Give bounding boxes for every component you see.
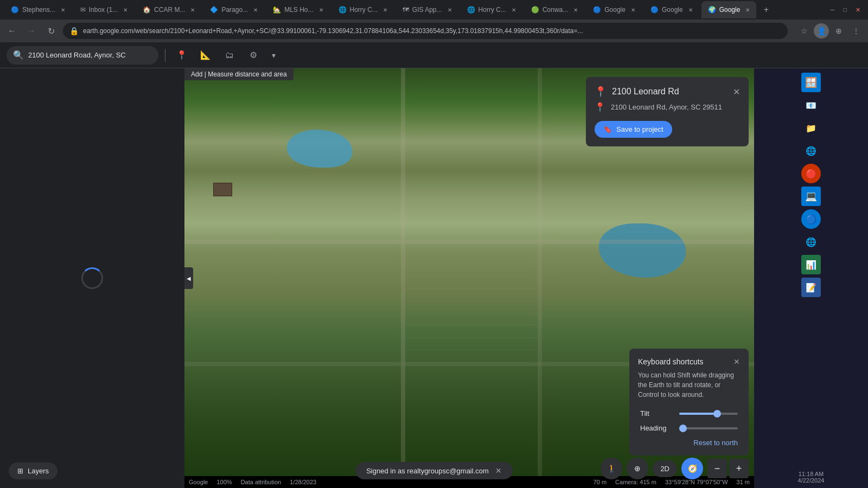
tab-3-close[interactable]: ✕ <box>190 7 195 13</box>
tilt-thumb[interactable] <box>713 410 721 418</box>
building-structure <box>213 183 232 196</box>
user-profile-icon[interactable]: 👤 <box>814 23 829 38</box>
secure-icon: 🔒 <box>69 27 79 35</box>
sidebar-toggle-button[interactable]: ◀ <box>184 267 193 289</box>
tab-10-close[interactable]: ✕ <box>631 7 635 13</box>
tab-10[interactable]: 🔵 Google ✕ <box>586 1 642 18</box>
location-pin-icon: 📍 <box>595 86 607 98</box>
search-box[interactable]: 🔍 <box>7 46 158 65</box>
tilt-fill <box>679 413 714 415</box>
tab-2-close[interactable]: ✕ <box>123 7 127 13</box>
tab-2[interactable]: ✉ Inbox (1... ✕ <box>74 1 134 18</box>
reset-to-north-button[interactable]: Reset to north <box>640 439 738 447</box>
reload-button[interactable]: ↻ <box>43 23 59 38</box>
layers-button[interactable]: ⊞ Layers <box>9 463 58 479</box>
street-view-button[interactable]: 🚶 <box>601 458 622 479</box>
heading-thumb[interactable] <box>679 425 687 432</box>
notification-text: Signed in as realtygroupsc@gmail.com <box>366 467 489 475</box>
save-to-project-button[interactable]: 🔖 Save to project <box>595 121 672 138</box>
tab-3-label: CCAR M... <box>154 6 185 14</box>
excel-icon[interactable]: 📊 <box>801 255 821 274</box>
tab-1[interactable]: 🔵 Stephens... ✕ <box>4 1 72 18</box>
tab-9[interactable]: 🟢 Conwa... ✕ <box>525 1 584 18</box>
info-card: 📍 2100 Leonard Rd ✕ 📍 2100 Leonard Rd, A… <box>586 77 749 146</box>
tab-5[interactable]: 🏡 MLS Ho... ✕ <box>266 1 329 18</box>
tab-12-close[interactable]: ✕ <box>745 7 750 13</box>
new-tab-button[interactable]: + <box>758 2 774 17</box>
forward-button[interactable]: → <box>24 23 39 38</box>
tab-6-label: Horry C... <box>350 6 378 14</box>
windows-icon[interactable]: 🪟 <box>801 73 821 92</box>
back-button[interactable]: ← <box>4 23 20 38</box>
compass-button[interactable]: 🧭 <box>681 458 703 479</box>
heading-slider[interactable] <box>679 427 738 429</box>
location-pin-button[interactable]: 📍 <box>172 46 192 65</box>
tab-8[interactable]: 🌐 Horry C... ✕ <box>461 1 522 18</box>
tab-5-label: MLS Ho... <box>284 6 313 14</box>
tab-6-close[interactable]: ✕ <box>383 7 387 13</box>
chrome-icon[interactable]: 🔵 <box>801 209 821 229</box>
tab-12-label: Google <box>719 6 741 14</box>
tab-9-close[interactable]: ✕ <box>573 7 578 13</box>
tab-10-favicon: 🔵 <box>593 6 601 14</box>
tab-7-favicon: 🗺 <box>403 6 409 14</box>
project-button[interactable]: 🗂 <box>220 46 239 65</box>
tab-8-close[interactable]: ✕ <box>512 7 516 13</box>
tab-5-close[interactable]: ✕ <box>319 7 323 13</box>
tab-7-close[interactable]: ✕ <box>448 7 452 13</box>
data-attribution-link[interactable]: Data attribution <box>241 479 282 485</box>
address-text: earth.google.com/web/search/2100+Leonard… <box>83 27 781 35</box>
layers-icon: ⊞ <box>17 467 23 475</box>
hp-icon[interactable]: 💻 <box>801 187 821 206</box>
heading-row: Heading <box>640 424 738 432</box>
search-input[interactable] <box>28 51 137 59</box>
address-bar[interactable]: 🔒 earth.google.com/web/search/2100+Leona… <box>63 23 788 39</box>
tab-3[interactable]: 🏠 CCAR M... ✕ <box>136 1 201 18</box>
minimize-button[interactable]: ─ <box>827 7 838 14</box>
notification-close-button[interactable]: ✕ <box>495 466 502 475</box>
more-dropdown-button[interactable]: ▾ <box>267 49 280 62</box>
tab-11[interactable]: 🔵 Google ✕ <box>644 1 699 18</box>
left-panel <box>0 68 184 488</box>
tab-11-close[interactable]: ✕ <box>688 7 693 13</box>
tab-2-label: Inbox (1... <box>89 6 118 14</box>
info-card-address-row: 📍 2100 Leonard Rd, Aynor, SC 29511 <box>595 102 740 112</box>
measure-bar[interactable]: Add | Measure distance and area <box>184 68 293 80</box>
vpn-icon[interactable]: 🔴 <box>801 164 821 183</box>
ie-icon[interactable]: 🌐 <box>801 141 821 160</box>
tab-4-favicon: 🔷 <box>210 6 218 14</box>
tab-11-label: Google <box>662 6 683 14</box>
tab-7-label: GIS App... <box>412 6 442 14</box>
bottom-controls: 🚶 ⊕ 2D 🧭 − + <box>601 458 749 479</box>
tab-6[interactable]: 🌐 Horry C... ✕ <box>332 1 394 18</box>
tab-1-close[interactable]: ✕ <box>61 7 65 13</box>
measure-button[interactable]: 📐 <box>196 46 215 65</box>
camera-info: Camera: 415 m <box>615 479 656 485</box>
mail-icon[interactable]: 📧 <box>801 95 821 115</box>
tab-3-favicon: 🏠 <box>143 6 151 14</box>
globe-icon[interactable]: 🌐 <box>801 232 821 252</box>
zoom-in-button[interactable]: + <box>729 459 749 478</box>
close-button[interactable]: ✕ <box>852 7 864 14</box>
tab-4-close[interactable]: ✕ <box>253 7 258 13</box>
svg-rect-0 <box>401 68 405 476</box>
bookmark-star-icon[interactable]: ☆ <box>796 23 812 38</box>
kb-panel-close-button[interactable]: ✕ <box>733 357 740 366</box>
folder-icon[interactable]: 📁 <box>801 118 821 138</box>
info-card-close-button[interactable]: ✕ <box>733 87 740 97</box>
maximize-button[interactable]: □ <box>840 7 850 14</box>
tilt-slider[interactable] <box>679 413 738 415</box>
tools-button[interactable]: ⚙ <box>244 46 263 65</box>
more-options-icon[interactable]: ⋮ <box>848 23 864 38</box>
tab-7[interactable]: 🗺 GIS App... ✕ <box>396 1 458 18</box>
extensions-icon[interactable]: ⊕ <box>831 23 846 38</box>
tab-12[interactable]: 🌍 Google ✕ <box>701 1 757 18</box>
location-button[interactable]: ⊕ <box>627 458 648 479</box>
taskbar-right-panel: 🪟 📧 📁 🌐 🔴 💻 🔵 🌐 📊 📝 11:18 AM 4/22/2024 <box>754 68 868 488</box>
info-card-header: 📍 2100 Leonard Rd ✕ <box>595 86 740 98</box>
tab-4[interactable]: 🔷 Parago... ✕ <box>203 1 264 18</box>
word-icon[interactable]: 📝 <box>801 278 821 297</box>
loading-spinner <box>81 267 103 289</box>
2d-mode-button[interactable]: 2D <box>653 460 677 477</box>
zoom-out-button[interactable]: − <box>707 459 727 478</box>
